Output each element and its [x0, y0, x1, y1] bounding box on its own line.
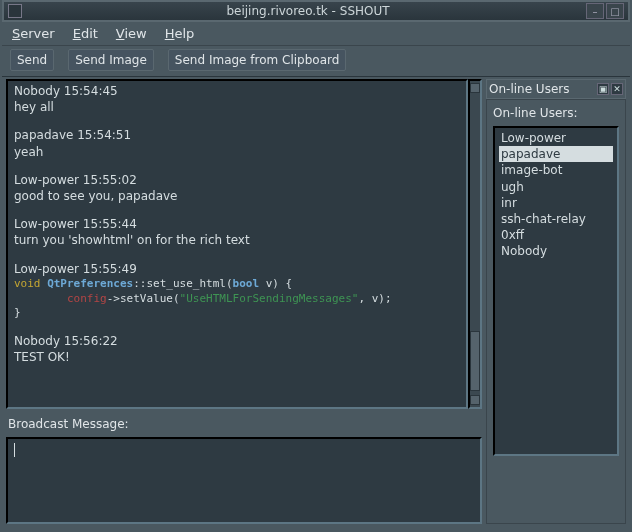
user-list-item[interactable]: papadave [499, 146, 613, 162]
chat-message: Nobody 15:54:45hey all [14, 83, 460, 115]
chat-message: Nobody 15:56:22TEST OK! [14, 333, 460, 365]
menu-edit[interactable]: Edit [73, 26, 98, 41]
scroll-up-icon[interactable] [470, 83, 480, 93]
menu-help[interactable]: Help [165, 26, 195, 41]
menu-server[interactable]: Server [12, 26, 55, 41]
titlebar: beijing.rivoreo.tk - SSHOUT – □ [2, 0, 630, 22]
send-image-clipboard-button[interactable]: Send Image from Clipboard [168, 49, 347, 71]
minimize-button[interactable]: – [586, 3, 604, 19]
scroll-down-icon[interactable] [470, 395, 480, 405]
panel-detach-icon[interactable]: ▣ [597, 83, 609, 95]
user-list-item[interactable]: Nobody [499, 243, 613, 259]
user-list-item[interactable]: Low-power [499, 130, 613, 146]
broadcast-label: Broadcast Message: [6, 415, 482, 431]
menu-view[interactable]: View [116, 26, 147, 41]
users-panel-title: On-line Users [489, 82, 569, 96]
chat-scrollbar[interactable] [468, 79, 482, 409]
users-inner-label: On-line Users: [493, 106, 619, 120]
chat-message: Low-power 15:55:44turn you 'showhtml' on… [14, 216, 460, 248]
broadcast-input[interactable] [15, 443, 474, 518]
users-list: Low-powerpapadaveimage-botughinrssh-chat… [493, 126, 619, 456]
user-list-item[interactable]: inr [499, 195, 613, 211]
maximize-button[interactable]: □ [606, 3, 624, 19]
user-list-item[interactable]: image-bot [499, 162, 613, 178]
user-list-item[interactable]: ugh [499, 179, 613, 195]
user-list-item[interactable]: 0xff [499, 227, 613, 243]
panel-close-icon[interactable]: ✕ [611, 83, 623, 95]
menubar: Server Edit View Help [2, 22, 630, 46]
users-panel-header: On-line Users ▣ ✕ [486, 79, 626, 99]
send-image-button[interactable]: Send Image [68, 49, 154, 71]
chat-message: papadave 15:54:51yeah [14, 127, 460, 159]
window-title: beijing.rivoreo.tk - SSHOUT [30, 4, 586, 18]
chat-message: Low-power 15:55:02good to see you, papad… [14, 172, 460, 204]
send-button[interactable]: Send [10, 49, 54, 71]
toolbar: Send Send Image Send Image from Clipboar… [2, 46, 630, 77]
user-list-item[interactable]: ssh-chat-relay [499, 211, 613, 227]
scroll-thumb[interactable] [470, 331, 480, 391]
app-icon [8, 4, 22, 18]
chat-log: Nobody 15:54:45hey allpapadave 15:54:51y… [6, 79, 468, 409]
chat-message-code: Low-power 15:55:49void QtPreferences::se… [14, 261, 460, 322]
